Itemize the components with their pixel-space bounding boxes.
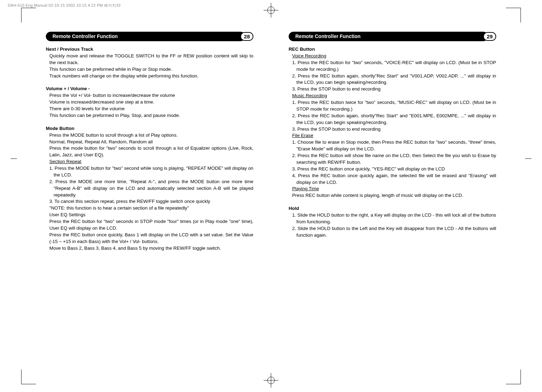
side-mark-left: [11, 158, 17, 159]
subheading-user-eq: User EQ Settings: [46, 212, 253, 218]
crop-mark-bl: [21, 369, 36, 384]
title-bar-right: Remote Controller Function 29: [289, 32, 496, 41]
list-item: 2. Press the REC button again, shortly"R…: [289, 113, 496, 126]
list-item: 3. Press the STOP button to end recordin…: [289, 86, 496, 93]
crop-mark-tr: [506, 8, 521, 23]
para: Press the REC button for "two" seconds i…: [46, 218, 253, 232]
content-right: REC Button Voice Recording 1. Press the …: [289, 46, 496, 239]
section-header-right: Remote Controller Function: [289, 32, 488, 41]
page-right: Remote Controller Function 29 REC Button…: [271, 32, 507, 251]
list-item: 3. Press the REC button once quickly, "Y…: [289, 166, 496, 173]
list-item: 3. To cancel this section repeat, press …: [46, 198, 253, 205]
subheading-playing-time: Playing Time: [289, 186, 496, 192]
crop-mark-tl: [21, 8, 36, 23]
section-header-left: Remote Controller Function: [46, 32, 245, 41]
page-spread: Remote Controller Function 28 Next / Pre…: [35, 32, 507, 251]
list-item: 3. Press the STOP button to end recordin…: [289, 126, 496, 133]
heading-volume: Volume + / Volume -: [46, 86, 253, 92]
list-item: 2. Press the REC button again, shortly"R…: [289, 73, 496, 86]
list-item: 1. Press the REC button twice for "two" …: [289, 99, 496, 113]
para: Press the mode button for "two" seconds …: [46, 145, 253, 158]
para: Normal, Repeat, Repeat All, Random, Rand…: [46, 139, 253, 145]
para: Press the MODE button to scroll through …: [46, 132, 253, 139]
list-item: 4. Press the REC button once quickly aga…: [289, 173, 496, 186]
list-item: 1. Press the REC button for "two" second…: [289, 60, 496, 73]
note: "NOTE: this function is to hear a certai…: [46, 205, 253, 212]
list-item: 1. Press the MODE button for "two" secon…: [46, 165, 253, 179]
list-item: 2. Slide the HOLD button to the Left and…: [289, 225, 496, 239]
print-header: DAH-510 Eng Manual 02-10-15 2002.10.15 4…: [8, 3, 121, 8]
registration-mark-bottom: [264, 373, 278, 388]
page-number-right: 29: [483, 32, 496, 41]
para: Press the REC button once quickly, Bass …: [46, 232, 253, 245]
para: There are 0-30 levels for the volume: [46, 106, 253, 112]
list-item: 2. Press the MODE one more time, "Repeat…: [46, 179, 253, 199]
para: Press REC button while content is playin…: [289, 192, 496, 199]
subheading-voice-rec: Voice Recording: [289, 53, 496, 60]
heading-next-prev: Next / Previous Track: [46, 46, 253, 53]
heading-rec: REC Button: [289, 46, 496, 53]
subheading-section-repeat: Section Repeat: [46, 158, 253, 165]
heading-hold: Hold: [289, 205, 496, 212]
subheading-music-rec: Music Recording: [289, 93, 496, 99]
para: This function can be preformed while in …: [46, 66, 253, 73]
page-number-left: 28: [240, 32, 253, 41]
para: Press the Vol +/ Vol- button to increase…: [46, 92, 253, 99]
para: Volume is increased/decreased one step a…: [46, 99, 253, 106]
list-item: 1. Slide the HOLD button to the right, a…: [289, 212, 496, 225]
content-left: Next / Previous Track Quickly move and r…: [46, 46, 253, 251]
title-bar-left: Remote Controller Function 28: [46, 32, 253, 41]
page-left: Remote Controller Function 28 Next / Pre…: [35, 32, 271, 251]
para: Move to Bass 2, Bass 3, Bass 4, and Bass…: [46, 245, 253, 252]
list-item: 2. Press the REC button will show file n…: [289, 153, 496, 166]
registration-mark-top: [264, 3, 278, 18]
subheading-file-erase: File Erase: [289, 132, 496, 139]
heading-mode: Mode Button: [46, 125, 253, 132]
para: This function can be preformed in Play, …: [46, 112, 253, 119]
crop-mark-br: [506, 369, 521, 384]
list-item: 1. Choose file to erase in Stop mode, th…: [289, 139, 496, 153]
side-mark-right: [525, 158, 531, 159]
para: Track numbers will change on the display…: [46, 73, 253, 80]
para: Quickly move and release the TOGGLE SWIT…: [46, 53, 253, 66]
